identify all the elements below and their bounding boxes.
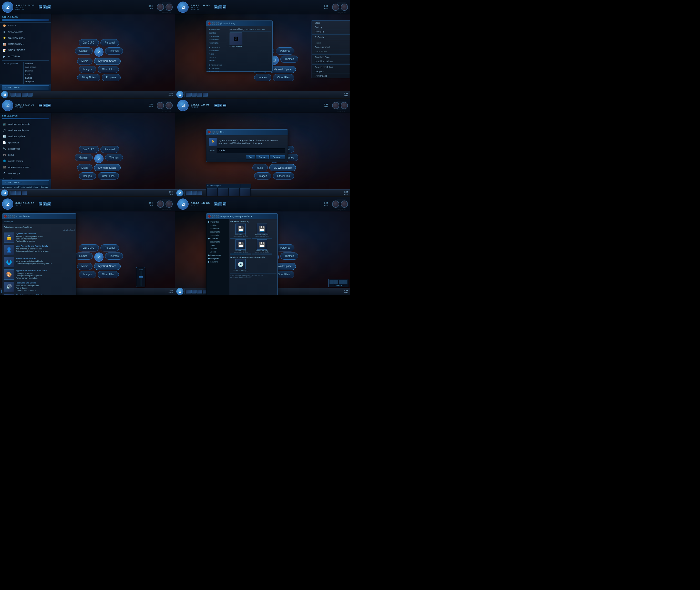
run-browse-btn[interactable]: Browse...	[270, 155, 285, 159]
link-computer[interactable]: computer	[25, 80, 49, 83]
prev-btn-tr[interactable]: ◀◀	[214, 5, 217, 9]
menu-item-accessories[interactable]: 🔧 accessories	[0, 146, 51, 152]
ctx-graphics-options-tr[interactable]: Graphics Options	[312, 60, 350, 64]
cp-appearance-item1[interactable]: Change the theme	[16, 272, 32, 275]
cp-system-item2[interactable]: Back up your computer	[16, 237, 37, 240]
prev-btn-ml[interactable]: ◀◀	[39, 104, 42, 107]
circle2-bl[interactable]	[166, 200, 173, 208]
nav-images-tr[interactable]: Images	[254, 74, 271, 81]
sys-max-br[interactable]	[216, 215, 219, 218]
fav-documents-tr[interactable]: documents	[208, 38, 228, 41]
play-btn-br[interactable]: ▶	[218, 202, 222, 206]
log-off-btn[interactable]: log off	[14, 186, 19, 188]
ctx-personalize-tr[interactable]: Personalize	[312, 74, 350, 78]
circle2-br[interactable]	[341, 200, 348, 208]
thumb-item5-mr[interactable]	[207, 188, 217, 196]
start-button-ml[interactable]: START MENU	[2, 180, 49, 185]
nav-user-bl[interactable]: Jay Ct.PC	[79, 244, 99, 252]
nav-images-bl[interactable]: Images	[79, 271, 96, 278]
link-games[interactable]: games	[25, 76, 49, 80]
fav-downloads-tr[interactable]: downloads	[208, 34, 228, 38]
tree-favorites-br[interactable]: ▶ Favorites	[207, 220, 228, 223]
next-btn-mr[interactable]: ▶▶	[223, 104, 226, 107]
nav-personal-br[interactable]: Personal	[276, 244, 294, 252]
prev-btn-tl[interactable]: ◀◀	[39, 5, 42, 9]
next-btn-tr[interactable]: ▶▶	[223, 5, 226, 9]
nav-personal-ml[interactable]: Personal	[100, 146, 119, 153]
tb-chrome-tr[interactable]	[203, 93, 208, 97]
menu-item-calculator[interactable]: 🖩 CALCULATOR	[0, 29, 51, 35]
tb-media-tr[interactable]	[197, 93, 202, 97]
ctx-screen-res-tr[interactable]: Screen resolution	[312, 65, 350, 69]
nav-games-bl[interactable]: Games*	[75, 253, 93, 260]
menu-item-win-update[interactable]: 🔄 windows update	[0, 133, 51, 139]
win-min-run[interactable]	[212, 130, 215, 134]
nav-themes-ml[interactable]: Themes	[105, 154, 123, 161]
circle2-ml[interactable]	[166, 102, 173, 109]
next-btn-tl[interactable]: ▶▶	[48, 5, 51, 9]
nav-workspace-mr[interactable]: My Work Space	[269, 164, 296, 171]
tree-lib-music-br[interactable]: music	[207, 243, 228, 247]
play-btn-ml[interactable]: ▶	[43, 104, 47, 107]
nav-user-tl[interactable]: Jay Ct.PC	[79, 39, 99, 46]
prev-btn-mr[interactable]: ◀◀	[214, 104, 217, 107]
cp-appearance-item3[interactable]: Adjust screen resolution	[16, 277, 37, 279]
library-item-sample[interactable]: 🖼 sample pictures	[230, 32, 271, 47]
cp-user-item1[interactable]: Add or remove user accounts	[16, 248, 42, 250]
tb-chrome-br[interactable]	[197, 290, 202, 293]
drive-h-br[interactable]: 💿 DVD RW drive (H:)	[230, 259, 251, 271]
nav-otherfiles-mr[interactable]: Other Files	[273, 172, 294, 180]
nav-user-ml[interactable]: Jay Ct.PC	[79, 146, 99, 153]
drive-e-br[interactable]: 💾 new volume (E:) ios gb free of eco gb	[252, 223, 272, 239]
cp-system-item3[interactable]: Find and fix problems	[16, 240, 35, 242]
cp-min-bl[interactable]	[8, 215, 11, 218]
tree-computer-br[interactable]: ▶ computer	[207, 257, 228, 260]
start-orb-ml[interactable]: ⊿	[1, 190, 8, 197]
menu-item-sticky-notes[interactable]: 📝 STICKY NOTES	[0, 47, 51, 53]
menu-item-media-player[interactable]: 🎵 windows media play...	[0, 127, 51, 133]
sys-close-br[interactable]	[208, 215, 211, 218]
cp-appearance-title[interactable]: Appearance and Personalization	[16, 269, 48, 272]
cp-clock-title[interactable]: Clock, Language, and Region	[16, 294, 54, 295]
nav-workspace-ml[interactable]: My Work Space	[94, 164, 121, 171]
ctx-paste-tr[interactable]: Paste	[312, 41, 350, 45]
drive-g-br[interactable]: 💾 toshiba ext (G:) 10e rb free of 1re gb	[252, 239, 272, 255]
win-max-tr[interactable]	[216, 22, 219, 25]
tree-network-br[interactable]: ▶ network	[207, 260, 228, 264]
sys-min-br[interactable]	[212, 215, 215, 218]
ctx-paste-shortcut-tr[interactable]: Paste shortcut	[312, 45, 350, 50]
tree-libraries-br[interactable]: ▶ Libraries	[207, 237, 228, 240]
nav-personal-tl[interactable]: Personal	[100, 39, 119, 46]
circle2-tl[interactable]	[166, 4, 173, 11]
menu-item-autoplay[interactable]: ▶ AUTOPLAY...	[0, 53, 51, 60]
start-button-tl[interactable]: START MENU	[2, 85, 49, 90]
play-btn-mr[interactable]: ▶	[218, 104, 222, 107]
circle1-bl[interactable]	[157, 200, 164, 208]
tree-lib-pics-br[interactable]: pictures	[207, 247, 228, 250]
nav-workspace-tr[interactable]: My Work Space	[269, 66, 296, 73]
cp-network-title[interactable]: Network and Internet	[16, 257, 52, 260]
menu-item-windows[interactable]: 🪟 WINDOWS/M...	[0, 41, 51, 47]
tb-folder-br[interactable]	[191, 290, 196, 293]
ctx-gadgets-tr[interactable]: Gadgets	[312, 69, 350, 74]
menu-item-xps[interactable]: 📄 xps viewer	[0, 139, 51, 146]
cp-appearance-item2[interactable]: Change desktop background	[16, 275, 42, 277]
sleep-btn[interactable]: sleep	[33, 186, 38, 188]
next-btn-ml[interactable]: ▶▶	[48, 104, 51, 107]
menu-item-video-rose[interactable]: 🎬 video rose compone...	[0, 164, 51, 170]
tb-chrome-ml[interactable]	[22, 191, 27, 195]
ctx-refresh-tr[interactable]: ReFresh	[312, 35, 350, 39]
start-orb-br[interactable]: ⊿	[176, 288, 183, 295]
cp-close-bl[interactable]	[4, 215, 7, 218]
cp-user-title[interactable]: User Accounts and Family Safety	[16, 245, 49, 247]
ctx-graphics-accel-tr[interactable]: Graphics Accel...	[312, 55, 350, 60]
lib-videos-tr[interactable]: videos	[208, 59, 228, 62]
run-input-field[interactable]	[217, 148, 285, 153]
menu-item-chrome[interactable]: 🌐 google chrome	[0, 158, 51, 164]
tb-ie-ml[interactable]	[10, 191, 16, 195]
lib-music-tr[interactable]: music	[208, 52, 228, 56]
tb-ie-mr[interactable]	[186, 191, 191, 195]
tb-folder-ml[interactable]	[16, 191, 21, 195]
link-pictures[interactable]: pictures	[25, 69, 49, 73]
nav-themes-tr[interactable]: Themes	[280, 56, 298, 63]
